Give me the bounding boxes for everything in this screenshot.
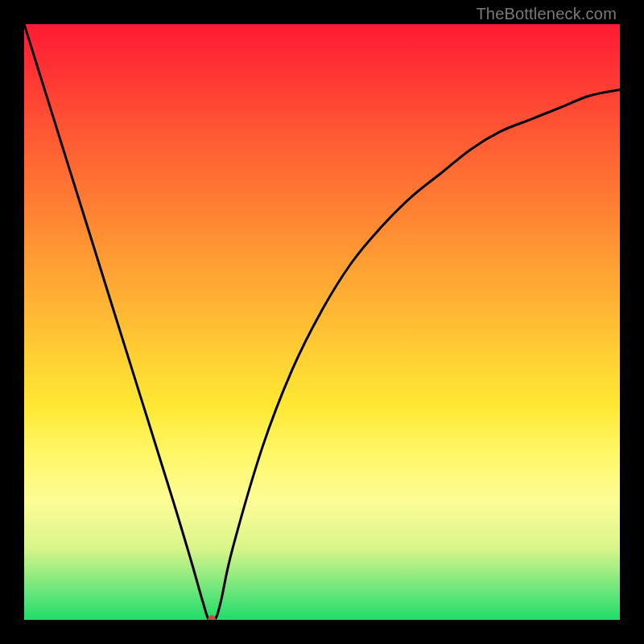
watermark-text: TheBottleneck.com [476, 5, 617, 23]
chart-container: TheBottleneck.com [0, 0, 644, 644]
minimum-marker [208, 615, 216, 620]
curve-svg [24, 24, 620, 620]
bottleneck-curve [24, 24, 620, 620]
plot-area [24, 24, 620, 620]
